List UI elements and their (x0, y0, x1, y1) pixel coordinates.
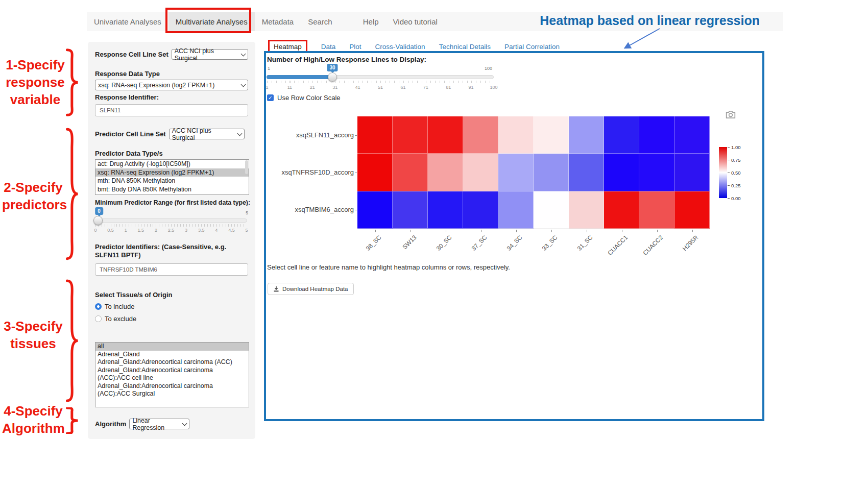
slider-track[interactable] (95, 218, 247, 223)
tissue-include-radio[interactable] (95, 303, 102, 310)
annotation-step-1-line: variable (4, 91, 66, 108)
tab-cross-validation[interactable]: Cross-Validation (375, 43, 425, 51)
slider-tick-label: 100 (490, 85, 497, 90)
slider-tick-label: 91 (469, 85, 474, 90)
heatmap-col-label-text[interactable]: 38_SC (365, 234, 383, 252)
heatmap-cell[interactable] (428, 116, 463, 154)
heatmap-row-label[interactable]: xsqSLFN11_accorg (266, 131, 354, 139)
response-data-type-select[interactable]: xsq: RNA-seq Expression (log2 FPKM+1) (95, 80, 248, 90)
heatmap-cell[interactable] (357, 191, 393, 229)
heatmap-cell[interactable] (639, 116, 674, 154)
camera-icon[interactable] (726, 110, 736, 119)
heatmap-cell[interactable] (357, 116, 393, 154)
heatmap-cell[interactable] (498, 154, 534, 191)
heatmap-col-label-text[interactable]: 34_SC (505, 234, 524, 252)
slider-tick-label: 81 (446, 85, 451, 90)
slider-tick-label: 3 (185, 228, 187, 233)
heatmap-cell[interactable] (569, 191, 604, 229)
heatmap-cell[interactable] (604, 116, 639, 154)
heatmap-x-axis-line (357, 229, 710, 229)
annotation-step-4-line: Algorithm (2, 420, 64, 437)
slider-handle[interactable] (93, 216, 103, 225)
heatmap-row-tick (355, 173, 357, 173)
nav-item-help[interactable]: Help (356, 12, 386, 31)
tab-data[interactable]: Data (321, 43, 336, 51)
response-cell-line-set-select[interactable]: ACC NCI plus Surgical (172, 49, 248, 60)
nav-item-multivariate-analyses[interactable]: Multivariate Analyses (168, 12, 255, 31)
row-color-scale-checkbox[interactable]: ✓ (267, 94, 274, 101)
heatmap-cell[interactable] (393, 116, 428, 154)
predictor-identifiers-input[interactable]: TNFRSF10D TMBIM6 (95, 263, 248, 276)
tissue-option[interactable]: Adrenal_Gland:Adrenocortical carcinoma (… (95, 367, 249, 382)
tissue-option[interactable]: Adrenal_Gland:Adrenocortical carcinoma (… (95, 382, 249, 398)
tissue-option[interactable]: Adrenal_Gland:Adrenocortical carcinoma (… (95, 358, 249, 367)
analysis-form-panel: Response Cell Line Set ACC NCI plus Surg… (88, 42, 255, 439)
slider-tick-label: 61 (400, 85, 405, 90)
heatmap-cell[interactable] (428, 191, 463, 229)
heatmap-cell[interactable] (604, 191, 639, 229)
heatmap-cell[interactable] (604, 154, 639, 191)
algorithm-select[interactable]: Linear Regression (129, 419, 189, 429)
heatmap-cell[interactable] (498, 191, 534, 229)
heatmap-col-label-text[interactable]: 37_SC (470, 234, 489, 252)
tissue-exclude-radio[interactable] (95, 315, 102, 322)
nav-item-search[interactable]: Search (301, 12, 340, 31)
tissue-option[interactable]: all (95, 343, 249, 351)
heatmap-col-label-text[interactable]: CUACC2 (642, 234, 665, 257)
heatmap-col-label-text[interactable]: SW13 (401, 234, 418, 251)
predictor-type-option-mth[interactable]: mth: DNA 850K Methylation (95, 177, 249, 185)
heatmap-cell[interactable] (534, 116, 569, 154)
response-identifier-input[interactable]: SLFN11 (95, 104, 248, 116)
download-heatmap-data-button[interactable]: Download Heatmap Data (268, 283, 354, 295)
min-predictor-range-slider[interactable]: 0 5 00.511.522.533.544.55 (95, 207, 249, 237)
heatmap-row-label[interactable]: xsqTMBIM6_accorg (266, 206, 354, 213)
heatmap-col-label-text[interactable]: H295R (681, 234, 700, 252)
scrollbar[interactable] (245, 160, 248, 174)
heatmap-cell[interactable] (498, 116, 534, 154)
nav-item-video-tutorial[interactable]: Video tutorial (386, 12, 445, 31)
heatmap-cell[interactable] (639, 191, 674, 229)
heatmap-cell[interactable] (357, 154, 393, 191)
colorbar-tick-label: 1.00 (731, 144, 741, 150)
tab-partial-correlation[interactable]: Partial Correlation (504, 43, 560, 51)
heatmap-cell[interactable] (463, 154, 498, 191)
heatmap-cell[interactable] (674, 154, 710, 191)
nav-item-univariate-analyses[interactable]: Univariate Analyses (87, 12, 168, 31)
annotation-brace-3 (65, 278, 80, 403)
heatmap-cell[interactable] (674, 191, 710, 229)
heatmap-row-label[interactable]: xsqTNFRSF10D_accorg (266, 168, 354, 176)
slider-tick-label: 41 (355, 85, 360, 90)
slider-tick-label: 71 (423, 85, 428, 90)
tab-technical-details[interactable]: Technical Details (439, 43, 491, 51)
heatmap-col-label-text[interactable]: 30_SC (435, 234, 453, 252)
heatmap-cell[interactable] (428, 154, 463, 191)
heatmap-cell[interactable] (569, 154, 604, 191)
heatmap-cell[interactable] (534, 191, 569, 229)
algorithm-label: Algorithm (95, 420, 126, 428)
chevron-down-icon (182, 421, 187, 426)
tissue-option[interactable]: Adrenal_Gland (95, 351, 249, 359)
tab-plot[interactable]: Plot (349, 43, 361, 51)
heatmap-cell[interactable] (393, 154, 428, 191)
predictor-type-option-xsq[interactable]: xsq: RNA-seq Expression (log2 FPKM+1) (95, 168, 249, 177)
tissue-listbox[interactable]: allAdrenal_GlandAdrenal_Gland:Adrenocort… (95, 342, 249, 407)
annotation-step-2: 2-Specify predictors (2, 179, 64, 213)
heatmap-cell[interactable] (569, 116, 604, 154)
predictor-cell-line-set-select[interactable]: ACC NCI plus Surgical (169, 129, 245, 139)
heatmap-cell[interactable] (393, 191, 428, 229)
min-predictor-range-label: Minimum Predictor Range (for first liste… (95, 199, 248, 206)
lines-slider[interactable]: 30 1112131415161718191100 (266, 53, 501, 94)
heatmap-cell[interactable] (463, 191, 498, 229)
nav-item-metadata[interactable]: Metadata (255, 12, 301, 31)
heatmap-cell[interactable] (639, 154, 674, 191)
heatmap-cell[interactable] (534, 154, 569, 191)
heatmap-cell[interactable] (674, 116, 710, 154)
predictor-type-option-bmt[interactable]: bmt: Body DNA 850K Methylation (95, 185, 249, 194)
heatmap-col-label-text[interactable]: 31_SC (576, 234, 594, 252)
predictor-data-types-listbox[interactable]: act: Drug Activity (-log10[IC50M])xsq: R… (95, 159, 249, 195)
heatmap-cell[interactable] (463, 116, 498, 154)
slider-value-tooltip: 0 (95, 207, 103, 215)
heatmap-col-label-text[interactable]: CUACC1 (607, 234, 630, 257)
predictor-type-option-act[interactable]: act: Drug Activity (-log10[IC50M]) (95, 160, 249, 168)
heatmap-col-label-text[interactable]: 33_SC (541, 234, 559, 252)
